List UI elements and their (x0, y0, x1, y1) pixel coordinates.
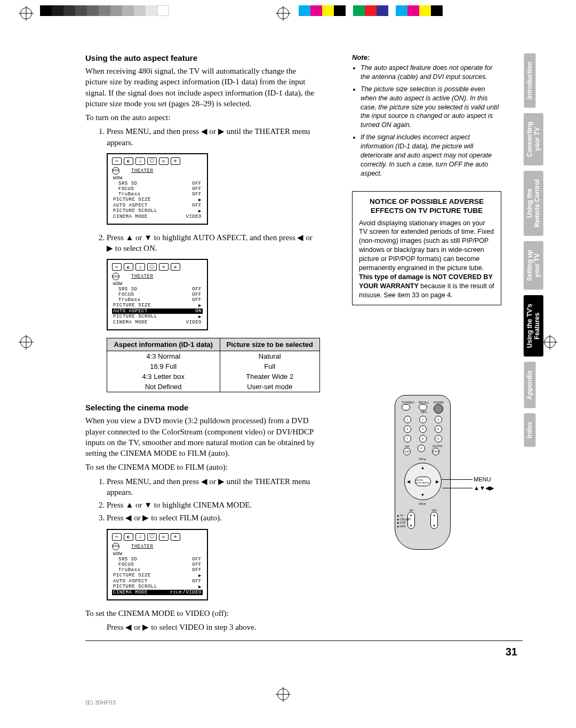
tab-introduction: Introduction (524, 53, 535, 108)
osd-row: PICTURE SCROLL▶ (112, 208, 203, 214)
notice-body: Avoid displaying stationary images on yo… (359, 219, 494, 300)
osd-row: AUTO ASPECTOFF (112, 579, 203, 584)
osd-screenshot-3: ▭ ◐ ♫ 🖵 ⧈ ⊕ SRSTHEATER WOWSRS 3DOFFFOCUS… (107, 529, 208, 600)
osd-tab-icon: ▭ (112, 533, 122, 541)
osd-tab-icon: ▭ (112, 157, 122, 165)
osd-tab-icon: 🖵 (147, 263, 157, 271)
grayscale-bar (40, 5, 169, 16)
note-heading: Note: (352, 53, 501, 61)
footer-rule (85, 640, 523, 641)
remote-num-button: 6 (435, 425, 442, 433)
registration-mark-icon (277, 7, 289, 19)
right-arrow-icon: ▶ (436, 479, 439, 484)
remote-num-button: 3 (435, 416, 442, 423)
osd-tab-icon: ▭ (112, 263, 122, 271)
note-list: The auto aspect feature does not operate… (352, 64, 501, 178)
left-arrow-icon: ◀ (407, 479, 410, 484)
osd-tab-icon: ♫ (135, 533, 145, 541)
note-item: If the signal includes incorrect aspect … (361, 133, 501, 178)
osd-row: FOCUSOFF (112, 186, 203, 192)
osd-row: WOW (112, 551, 203, 557)
osd-tab-icon: ◐ (124, 157, 133, 165)
id1-table: Aspect information (ID-1 data)Picture si… (107, 338, 320, 392)
down-arrow-icon: ▼ (421, 493, 425, 497)
remote-mode-labels: TVCBL/SATVCRDVD (397, 514, 411, 528)
remote-num-button: 9 (435, 435, 442, 442)
srs-logo-icon: SRS (112, 543, 119, 550)
callout-arrows: ▲▼◀▶ (474, 485, 494, 492)
tab-index: Index (524, 413, 535, 447)
body-text: When you view a DVD movie (3:2 pulldown … (85, 415, 320, 458)
osd-row: AUTO ASPECTON (112, 308, 203, 314)
srs-logo-icon: SRS (112, 273, 119, 280)
osd-row: SRS 3DOFF (112, 557, 203, 562)
remote-num-button: 1 (404, 416, 411, 423)
tab-features: Using the TV'sFeatures (524, 295, 543, 357)
note-item: The picture size selection is possible e… (361, 85, 501, 130)
osd-tab-icon: 🖵 (147, 533, 157, 541)
remote-num-button: 8 (419, 435, 427, 442)
osd-row: WOW (112, 176, 203, 181)
tab-connecting: Connectingyour TV (524, 113, 543, 165)
warranty-notice-box: NOTICE OF POSSIBLE ADVERSE EFFECTS ON TV… (352, 191, 501, 306)
section-tabs: Introduction Connectingyour TV Using the… (524, 53, 554, 453)
osd-row: TruBassOFF (112, 297, 203, 303)
osd-row: CINEMA MODEFILM/VIDEO (112, 590, 203, 595)
remote-num-button: 0 (418, 445, 425, 452)
remote-num-button: 5 (419, 425, 427, 433)
footer-code: (E) 30HF83 (85, 699, 116, 706)
page-number: 31 (506, 646, 517, 658)
body-text: To set the CINEMA MODE to VIDEO (off): (85, 608, 320, 619)
osd-tab-icon: ♫ (135, 157, 145, 165)
body-text: When receiving 480i signal, the TV will … (85, 66, 320, 109)
remote-num-button: 2 (419, 416, 427, 423)
remote-num-button: 4 (404, 425, 411, 433)
osd-tab-icon: ♫ (135, 263, 145, 271)
body-text: To turn on the auto aspect: (85, 112, 320, 123)
osd-tab-icon: ⊕ (171, 533, 180, 541)
osd-row: SRS 3DOFF (112, 287, 203, 292)
step: Press ▲ or ▼ to highlight AUTO ASPECT, a… (107, 232, 320, 254)
tab-remote: Using theRemote Control (524, 171, 543, 236)
osd-row: WOW (112, 281, 203, 287)
osd-tab-icon: ◐ (124, 263, 133, 271)
osd-tab-icon: 🖵 (147, 157, 157, 165)
osd-tab-icon: ⊕ (171, 263, 180, 271)
registration-mark-icon (20, 336, 32, 348)
osd-row: CINEMA MODEVIDEO (112, 320, 203, 325)
step: Press ◀ or ▶ to select FILM (auto). (107, 512, 320, 523)
table-row: 4:3 NormalNatural (107, 351, 320, 362)
remote-menu-button: MENU/ DVD MENU (415, 477, 431, 486)
osd-row: PICTURE SIZE▶ (112, 303, 203, 308)
osd-row: PICTURE SIZE▶ (112, 197, 203, 203)
remote-dpad: ▲ ▼ ◀ ▶ MENU/ DVD MENU (404, 463, 442, 500)
osd-row: TruBassOFF (112, 192, 203, 197)
remote-100-button: 100 (403, 448, 411, 455)
callout-menu: MENU (474, 476, 491, 482)
srs-logo-icon: SRS (112, 167, 119, 175)
remote-vol-rocker: ▲▼ (430, 512, 438, 529)
remote-tvvideo-button (402, 404, 410, 410)
osd-row: PICTURE SIZE▶ (112, 573, 203, 579)
remote-num-button: 7 (404, 435, 411, 442)
remote-diagram: TV/VIDEO RECALLINFO POWER 123 456 789 +1… (395, 395, 485, 550)
table-header: Picture size to be selected (220, 338, 319, 351)
remote-ent-button: ENT (432, 448, 439, 455)
color-bar (299, 5, 443, 16)
step: Press MENU, and then press ◀ or ▶ until … (107, 476, 320, 498)
tab-setting-up: Setting upyour TV (524, 241, 543, 290)
osd-tab-icon: ⧈ (159, 263, 169, 271)
table-row: 16:9 FullFull (107, 361, 320, 371)
osd-row: FOCUSOFF (112, 562, 203, 567)
remote-power-button (434, 404, 443, 414)
up-arrow-icon: ▲ (421, 465, 425, 470)
step: Press ▲ or ▼ to highlight CINEMA MODE. (107, 500, 320, 510)
osd-screenshot-2: ▭ ◐ ♫ 🖵 ⧈ ⊕ SRSTHEATER WOWSRS 3DOFFFOCUS… (107, 259, 208, 330)
note-item: The auto aspect feature does not operate… (361, 64, 501, 82)
body-text: Press ◀ or ▶ to select VIDEO in step 3 a… (85, 622, 320, 632)
table-row: 4:3 Letter boxTheater Wide 2 (107, 371, 320, 382)
registration-mark-icon (277, 689, 289, 700)
registration-mark-icon (20, 7, 32, 19)
step: Press MENU, and then press ◀ or ▶ until … (107, 126, 320, 148)
heading-auto-aspect: Using the auto aspect feature (85, 53, 320, 62)
